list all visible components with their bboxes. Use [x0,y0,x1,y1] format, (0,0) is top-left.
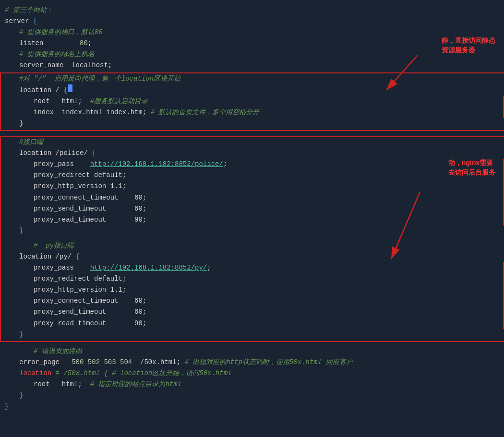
code-line: #对 "/" 启用反向代理，第一个location区块开始 [0,72,504,84]
code-line: location /police/ { [0,148,504,159]
code-line: proxy_connect_timeout 60; [0,192,504,203]
code-line: } [0,225,504,236]
code-line: } [0,329,504,342]
static-annotation: 静，直接访问静态资源服务器 [442,36,495,55]
code-line: proxy_pass http://192.168.1.182:8852/pol… [0,159,504,170]
code-line: proxy_redirect default; [0,170,504,181]
code-line: listen 80; [0,38,504,49]
code-line [0,131,504,135]
code-line: # 提供服务的域名主机名 [0,49,504,60]
code-line: proxy_redirect default; [0,273,504,284]
code-line: proxy_http_version 1.1; [0,181,504,192]
code-line: proxy_connect_timeout 60; [0,295,504,307]
dynamic-annotation: 动，nginx需要去访问后台服务 [448,158,495,177]
code-line: proxy_send_timeout 60; [0,203,504,214]
code-line: #接口端 [0,136,504,148]
code-line: } [0,401,504,412]
code-line: server_name localhost; [0,60,504,71]
cursor [68,84,72,92]
code-line: root html; # 指定对应的站点目录为html [0,379,504,390]
code-line: location = /50x.html { # location区块开始，访问… [0,368,504,379]
code-line: # py接口端 [0,240,504,251]
code-line: } [0,390,504,401]
code-line: location / { [0,84,504,96]
code-line: server { [0,16,504,27]
code-line: # 提供服务的端口，默认80 [0,27,504,38]
code-line: proxy_read_timeout 90; [0,214,504,225]
code-line: proxy_send_timeout 60; [0,307,504,318]
code-line: location /py/ { [0,251,504,262]
code-line: proxy_read_timeout 90; [0,318,504,329]
code-line: } [0,118,504,131]
code-line: index index.html index.htm; # 默认的首页文件，多个… [0,107,504,118]
code-line: proxy_pass http://192.168.1.182:8852/py/… [0,262,504,273]
code-line: # 错误页面路由 [0,346,504,357]
code-editor: # 第三个网站： server { # 提供服务的端口，默认80 listen … [0,0,504,417]
code-line: root html; #服务默认启动目录 [0,96,504,107]
code-line [0,342,504,346]
code-line: proxy_http_version 1.1; [0,284,504,295]
code-line [0,236,504,240]
code-line: # 第三个网站： [0,5,504,16]
code-line: error_page 500 502 503 504 /50x.html; # … [0,357,504,368]
